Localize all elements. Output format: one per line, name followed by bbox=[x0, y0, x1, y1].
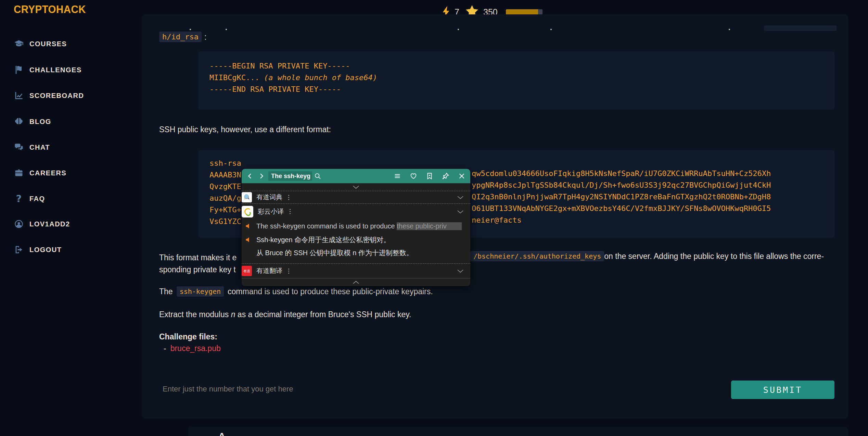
submit-button[interactable]: SUBMIT bbox=[731, 381, 834, 399]
provider-label: 有道词典 bbox=[256, 193, 282, 202]
sidebar-item-label: CHAT bbox=[29, 144, 50, 151]
forward-icon[interactable] bbox=[257, 172, 265, 180]
code-line-fragment: auzQA/g bbox=[209, 194, 241, 202]
code-line-fragment: AAAAB3N bbox=[209, 171, 241, 179]
code-note: (a whole bunch of base64) bbox=[264, 73, 377, 82]
sidebar-item-careers[interactable]: CAREERS bbox=[14, 167, 66, 179]
format-paragraph-line1-rest: /bschneier/.ssh/authorized_keys on the s… bbox=[470, 251, 824, 261]
clipped-code-chip-remnant bbox=[764, 25, 837, 31]
youdao-translate-icon: 有道 bbox=[242, 266, 252, 276]
clipped-line-remnant bbox=[729, 29, 730, 30]
code-line: -----END RSA PRIVATE KEY----- bbox=[209, 85, 341, 94]
code-line: -----BEGIN RSA PRIVATE KEY----- bbox=[209, 62, 350, 70]
back-icon[interactable] bbox=[246, 172, 254, 180]
idrsa-suffix: : bbox=[204, 32, 206, 42]
sidebar-item-challenges[interactable]: CHALLENGES bbox=[14, 64, 82, 76]
cryptohack-page: CRYPTOHACK 7 350 COURSES CHALLENGES SCOR… bbox=[0, 0, 868, 436]
sign-out-icon bbox=[14, 245, 24, 255]
more-options-icon[interactable] bbox=[290, 209, 291, 214]
chart-line-icon bbox=[14, 90, 24, 101]
idrsa-code-chip: h/id_rsa bbox=[159, 32, 202, 42]
close-icon[interactable] bbox=[458, 172, 465, 180]
sidebar-item-label: CHALLENGES bbox=[29, 66, 82, 74]
favorite-heart-icon[interactable] bbox=[410, 172, 417, 180]
caiyun-icon bbox=[242, 206, 253, 217]
graduation-cap-icon bbox=[14, 39, 24, 49]
sidebar-item-label: SCOREBOARD bbox=[29, 92, 84, 100]
chevron-down-icon[interactable] bbox=[457, 194, 463, 200]
intro-paragraph: SSH public keys, however, use a differen… bbox=[159, 124, 331, 135]
sidebar-item-label: LOGOUT bbox=[29, 246, 62, 254]
provider-label: 有道翻译 bbox=[256, 266, 282, 275]
code-line-fragment: neier@facts bbox=[472, 216, 522, 224]
popup-search-input[interactable]: The ssh-keyg bbox=[268, 171, 312, 181]
sidebar-item-scoreboard[interactable]: SCOREBOARD bbox=[14, 89, 84, 102]
sidebar-item-logout[interactable]: LOGOUT bbox=[14, 244, 62, 256]
sidebar-item-label: BLOG bbox=[29, 118, 51, 126]
sidebar-item-label: LOV1ADD2 bbox=[29, 220, 70, 228]
youdao-dict-icon bbox=[242, 192, 252, 202]
more-options-icon[interactable] bbox=[288, 195, 289, 200]
extract-paragraph: Extract the modulus n as a decimal integ… bbox=[159, 309, 411, 320]
pin-icon[interactable] bbox=[442, 172, 449, 180]
translation-result-row: 从 Bruce 的 SSH 公钥中提取模 n 作为十进制整数。 bbox=[242, 247, 470, 259]
sidebar-item-courses[interactable]: COURSES bbox=[14, 38, 67, 50]
idrsa-line: h/id_rsa : bbox=[159, 32, 206, 42]
format-paragraph-line1-end: on the server. Adding the public key to … bbox=[604, 251, 824, 261]
code-line-fragment: VsG1YZC bbox=[209, 217, 241, 226]
sidebar-item-label: CAREERS bbox=[29, 169, 66, 177]
progress-bar bbox=[506, 9, 542, 15]
sidebar-item-label: FAQ bbox=[29, 195, 45, 203]
translation-result-row: Ssh-keygen 命令用于生成这些公私密钥对。 bbox=[242, 233, 470, 247]
translation-result-text: Ssh-keygen 命令用于生成这些公私密钥对。 bbox=[256, 235, 390, 245]
chevron-down-icon[interactable] bbox=[457, 209, 463, 215]
file-link-bruce-rsa-pub[interactable]: bruce_rsa.pub bbox=[170, 343, 221, 353]
challenge-file-row: - bruce_rsa.pub bbox=[164, 343, 221, 353]
provider-row-youdao-dict[interactable]: 有道词典 bbox=[242, 191, 470, 203]
provider-label: 彩云小译 bbox=[258, 207, 284, 216]
search-icon[interactable] bbox=[314, 173, 321, 180]
code-line-fragment: O61UBT133VNqAbNYGE2gx+mXBVOezbsY46C/V2fm… bbox=[472, 204, 771, 213]
menu-icon[interactable] bbox=[394, 172, 401, 180]
question-mark-icon: ? bbox=[14, 194, 24, 204]
source-text-highlighted: these public-priv bbox=[397, 222, 462, 230]
speaker-icon[interactable] bbox=[245, 223, 252, 229]
collapse-chevron-up-icon[interactable] bbox=[242, 278, 470, 286]
chat-bubbles-icon bbox=[14, 142, 24, 152]
clipped-line-remnant bbox=[458, 29, 459, 30]
clipped-comment-fragment: A bbox=[218, 431, 225, 436]
keygen-paragraph: The ssh-keygen command is used to produc… bbox=[159, 286, 433, 297]
sidebar-item-label: COURSES bbox=[29, 40, 67, 48]
wordbook-bookmark-icon[interactable] bbox=[426, 172, 433, 180]
keygen-post: command is used to produce these public-… bbox=[228, 286, 433, 297]
code-line-fragment: QvzgKTE bbox=[209, 182, 241, 191]
clipped-line-remnant bbox=[190, 29, 191, 30]
chevron-down-icon[interactable] bbox=[457, 268, 463, 274]
briefcase-icon bbox=[14, 168, 24, 178]
provider-row-caiyun[interactable]: 彩云小译 bbox=[242, 203, 470, 219]
speaker-icon[interactable] bbox=[245, 236, 252, 243]
code-line-fragment: QI2q3nB0nlnjPnjjwaR7TpH4gy2NSIYNDdC1PZ8r… bbox=[472, 192, 771, 201]
translation-popup: The ssh-keyg 有道词典 bbox=[242, 169, 470, 286]
format-paragraph-line2: sponding private key t bbox=[159, 264, 236, 275]
private-key-codeblock: -----BEGIN RSA PRIVATE KEY----- MIIBCgKC… bbox=[199, 51, 834, 110]
translation-source-text: The ssh-keygen command is used to produc… bbox=[256, 222, 462, 230]
provider-row-youdao-translate[interactable]: 有道 有道翻译 bbox=[242, 263, 470, 278]
comments-card: A bbox=[188, 427, 848, 436]
modulus-variable: n bbox=[231, 310, 235, 319]
popup-header: The ssh-keyg bbox=[242, 169, 470, 183]
challenge-files-label: Challenge files: bbox=[159, 332, 217, 342]
keygen-pre: The bbox=[159, 286, 173, 297]
answer-input[interactable] bbox=[155, 381, 703, 397]
more-options-icon[interactable] bbox=[288, 269, 289, 274]
popup-header-actions bbox=[394, 172, 465, 180]
popup-body: 有道词典 彩云小译 The ssh-keygen command is used… bbox=[242, 183, 470, 286]
sidebar-item-faq[interactable]: ? FAQ bbox=[14, 192, 45, 205]
sidebar-item-blog[interactable]: BLOG bbox=[14, 115, 51, 128]
sidebar-item-chat[interactable]: CHAT bbox=[14, 141, 50, 153]
sidebar-item-profile[interactable]: LOV1ADD2 bbox=[14, 218, 70, 230]
site-logo[interactable]: CRYPTOHACK bbox=[14, 3, 86, 16]
collapse-chevron-down-icon[interactable] bbox=[242, 183, 470, 191]
flag-icon bbox=[14, 65, 24, 75]
code-line-fragment: ypgNR4p8scJplTgSSb84Ckqul/Dj/Sh+fwo6sU3S… bbox=[472, 181, 771, 189]
